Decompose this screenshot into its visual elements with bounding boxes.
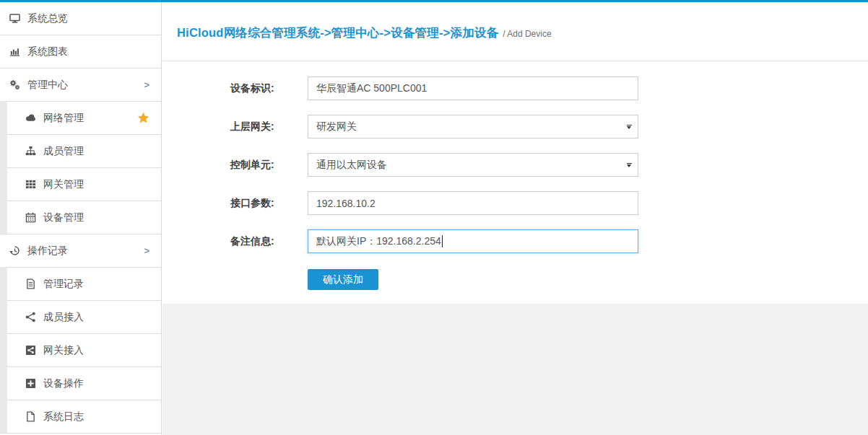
device-id-value: 华辰智通AC 500PLC001 — [316, 82, 427, 95]
breadcrumb-subtitle: / Add Device — [503, 29, 551, 39]
sidebar-item-label: 成员管理 — [43, 145, 161, 158]
form-row: 接口参数: 192.168.10.2 — [230, 191, 868, 215]
sidebar-item-label: 设备操作 — [43, 377, 161, 390]
star-icon[interactable] — [137, 112, 149, 124]
sidebar-item-management-center[interactable]: 管理中心 > — [0, 69, 161, 102]
chevron-right-icon: > — [144, 79, 149, 90]
cloud-icon — [25, 113, 37, 124]
sidebar-item-label: 管理中心 — [27, 79, 161, 92]
sidebar-item-system-logs[interactable]: 系统日志 — [0, 400, 161, 434]
form-row: 备注信息: 默认网关IP：192.168.2.254 — [230, 229, 868, 253]
plus-square-icon — [25, 378, 37, 390]
interface-param-label: 接口参数: — [230, 197, 294, 210]
gears-icon — [9, 79, 21, 91]
sidebar-item-device-management[interactable]: 设备管理 — [0, 201, 161, 234]
sidebar-item-gateway-access[interactable]: 网关接入 — [0, 334, 161, 367]
chevron-right-icon: > — [144, 245, 149, 256]
sidebar-item-management-records[interactable]: 管理记录 — [0, 268, 161, 301]
page-header: HiCloud网络综合管理系统->管理中心->设备管理->添加设备 / Add … — [162, 2, 868, 61]
sidebar: 系统总览 系统图表 管理中心 > 网络管理 成员管理 网关管理 — [0, 2, 162, 435]
sidebar-item-network-management[interactable]: 网络管理 — [0, 102, 161, 135]
sidebar-item-label: 系统图表 — [27, 45, 161, 58]
sidebar-item-operation-records[interactable]: 操作记录 > — [0, 234, 161, 268]
sidebar-item-member-access[interactable]: 成员接入 — [0, 301, 161, 334]
sitemap-icon — [25, 146, 37, 157]
upper-gateway-value: 研发网关 — [316, 120, 357, 133]
bar-chart-icon — [9, 46, 21, 58]
sidebar-item-device-operation[interactable]: 设备操作 — [0, 367, 161, 400]
sidebar-item-system-overview[interactable]: 系统总览 — [0, 2, 161, 35]
file-icon — [25, 411, 37, 423]
sidebar-item-member-management[interactable]: 成员管理 — [0, 135, 161, 168]
dropdown-caret-icon — [627, 126, 631, 131]
device-id-label: 设备标识: — [230, 82, 294, 95]
desktop-icon — [9, 13, 21, 25]
sidebar-item-label: 系统总览 — [27, 12, 161, 25]
sidebar-item-label: 设备管理 — [43, 211, 161, 224]
form-row: 上层网关: 研发网关 — [230, 115, 868, 139]
share-icon — [25, 312, 37, 323]
interface-param-input[interactable]: 192.168.10.2 — [308, 191, 638, 215]
sidebar-item-label: 操作记录 — [27, 245, 161, 258]
interface-param-value: 192.168.10.2 — [316, 198, 376, 209]
grid-icon — [25, 179, 37, 190]
add-device-form: 设备标识: 华辰智通AC 500PLC001 上层网关: 研发网关 控制单元: … — [162, 62, 868, 304]
remark-label: 备注信息: — [230, 235, 294, 248]
share-square-icon — [25, 345, 37, 356]
remark-value: 默认网关IP：192.168.2.254 — [316, 235, 441, 248]
control-unit-value: 通用以太网设备 — [316, 159, 387, 172]
sidebar-item-label: 网关接入 — [43, 344, 161, 357]
control-unit-label: 控制单元: — [230, 159, 294, 172]
device-id-input[interactable]: 华辰智通AC 500PLC001 — [308, 76, 638, 100]
confirm-add-button[interactable]: 确认添加 — [308, 269, 378, 290]
form-row: 设备标识: 华辰智通AC 500PLC001 — [230, 76, 868, 100]
sidebar-item-label: 系统日志 — [43, 410, 161, 423]
control-unit-select[interactable]: 通用以太网设备 — [308, 153, 638, 177]
sidebar-item-gateway-management[interactable]: 网关管理 — [0, 168, 161, 201]
history-icon — [9, 245, 21, 257]
content-footer-area — [162, 304, 868, 435]
upper-gateway-select[interactable]: 研发网关 — [308, 115, 638, 139]
upper-gateway-label: 上层网关: — [230, 120, 294, 133]
breadcrumb: HiCloud网络综合管理系统->管理中心->设备管理->添加设备 — [177, 25, 498, 41]
text-cursor — [442, 235, 443, 247]
sidebar-item-label: 管理记录 — [43, 278, 161, 291]
calendar-icon — [25, 212, 37, 224]
sidebar-item-label: 网关管理 — [43, 178, 161, 191]
form-row: 控制单元: 通用以太网设备 — [230, 153, 868, 177]
sidebar-item-label: 成员接入 — [43, 311, 161, 324]
dropdown-caret-icon — [627, 164, 631, 170]
sidebar-item-system-charts[interactable]: 系统图表 — [0, 35, 161, 69]
remark-input[interactable]: 默认网关IP：192.168.2.254 — [308, 229, 638, 253]
file-text-icon — [25, 278, 37, 290]
